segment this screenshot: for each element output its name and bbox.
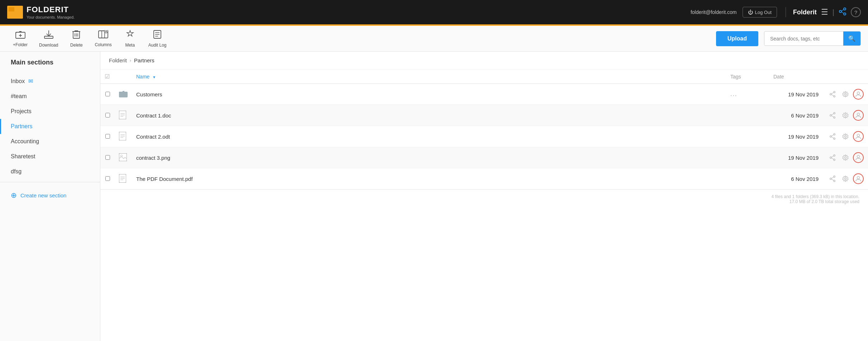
download-icon: [44, 30, 54, 41]
inbox-label: Inbox: [11, 78, 25, 85]
search-input[interactable]: [764, 32, 843, 45]
delete-icon: [72, 30, 81, 41]
create-section-button[interactable]: ⊕ Create new section: [0, 185, 100, 205]
svg-point-35: [845, 93, 846, 95]
meta-icon: [125, 30, 135, 41]
sidebar-item-accounting[interactable]: Accounting: [0, 134, 100, 149]
svg-line-56: [831, 135, 834, 136]
actions-col-header: [823, 69, 868, 84]
dfsg-label: dfsg: [11, 168, 22, 175]
svg-point-53: [834, 134, 835, 135]
svg-point-36: [857, 92, 860, 95]
svg-line-66: [831, 156, 834, 158]
user-row-icon[interactable]: [853, 152, 864, 163]
user-row-icon[interactable]: [853, 173, 864, 184]
table-row: Contract 1.doc 6 Nov 2019: [100, 105, 868, 126]
share-row-icon[interactable]: [827, 89, 838, 100]
share-row-icon[interactable]: [827, 110, 838, 121]
content-footer: 4 files and 1 folders (369.3 kB) in this…: [100, 189, 868, 208]
columns-button[interactable]: Columns: [89, 28, 117, 49]
breadcrumb-root[interactable]: Folderit: [109, 57, 127, 63]
logo-icon: [7, 6, 23, 19]
sidebar-title: Main sections: [0, 59, 100, 73]
svg-point-69: [845, 157, 846, 159]
sidebar-item-team[interactable]: #team: [0, 89, 100, 104]
logo-area: FOLDERIT Your documents. Managed.: [7, 5, 75, 19]
user-row-icon[interactable]: [853, 110, 864, 121]
settings-row-icon[interactable]: [840, 173, 851, 184]
file-name[interactable]: The PDF Document.pdf: [132, 168, 726, 189]
svg-point-41: [834, 112, 835, 114]
share-icon[interactable]: [839, 8, 846, 17]
file-name[interactable]: Contract 2.odt: [132, 126, 726, 147]
table-header-row: ☑ Name ▼ Tags Date: [100, 69, 868, 84]
row-checkbox[interactable]: [100, 84, 115, 105]
file-date: 6 Nov 2019: [769, 168, 823, 189]
settings-row-icon[interactable]: [840, 131, 851, 142]
settings-row-icon[interactable]: [840, 110, 851, 121]
svg-point-5: [839, 10, 841, 13]
audit-log-button[interactable]: Audit Log: [143, 28, 172, 50]
search-button[interactable]: 🔍: [843, 32, 860, 45]
select-all-checkbox-header[interactable]: ☑: [100, 69, 115, 84]
settings-row-icon[interactable]: [840, 152, 851, 163]
user-email: folderit@folderit.com: [691, 9, 737, 15]
sidebar-item-inbox[interactable]: Inbox ✉: [0, 73, 100, 89]
nav-label: Folderit: [793, 9, 817, 16]
power-icon: ⏻: [748, 9, 753, 15]
row-checkbox[interactable]: [100, 147, 115, 168]
file-type-icon: [115, 105, 132, 126]
file-name[interactable]: contract 3.png: [132, 147, 726, 168]
logout-button[interactable]: ⏻ Log Out: [743, 7, 777, 18]
team-label: #team: [11, 93, 27, 100]
share-row-icon[interactable]: [827, 152, 838, 163]
upload-label: Upload: [728, 35, 747, 42]
download-button[interactable]: Download: [33, 28, 64, 50]
svg-line-44: [831, 114, 834, 115]
file-type-icon: [115, 147, 132, 168]
sidebar-item-partners[interactable]: Partners: [0, 119, 100, 134]
svg-point-70: [857, 155, 860, 158]
file-date: 19 Nov 2019: [769, 84, 823, 105]
svg-point-63: [834, 155, 835, 156]
upload-button[interactable]: Upload: [716, 31, 758, 46]
svg-point-29: [834, 91, 835, 93]
svg-line-6: [841, 9, 844, 11]
sidebar: Main sections Inbox ✉ #team Projects Par…: [0, 52, 100, 341]
file-name[interactable]: Contract 1.doc: [132, 105, 726, 126]
columns-label: Columns: [95, 42, 111, 47]
sidebar-item-sharetest[interactable]: Sharetest: [0, 149, 100, 164]
row-checkbox[interactable]: [100, 126, 115, 147]
folderit-nav: Folderit ☰ | ?: [786, 7, 861, 17]
meta-button[interactable]: Meta: [118, 28, 143, 50]
help-icon[interactable]: ?: [851, 7, 861, 17]
row-checkbox[interactable]: [100, 168, 115, 189]
svg-rect-28: [119, 92, 128, 97]
sidebar-item-dfsg[interactable]: dfsg: [0, 164, 100, 179]
svg-rect-2: [7, 8, 14, 11]
delete-label: Delete: [70, 43, 83, 48]
delete-button[interactable]: Delete: [64, 28, 89, 50]
svg-point-3: [844, 8, 846, 10]
hamburger-icon[interactable]: ☰: [821, 8, 828, 17]
share-row-icon[interactable]: [827, 131, 838, 142]
sidebar-divider: [0, 182, 100, 182]
tags-col-header: Tags: [726, 69, 769, 84]
user-row-icon[interactable]: [853, 131, 864, 142]
settings-row-icon[interactable]: [840, 89, 851, 100]
row-checkbox[interactable]: [100, 105, 115, 126]
sidebar-item-projects[interactable]: Projects: [0, 104, 100, 119]
file-type-icon: [115, 126, 132, 147]
name-col-header[interactable]: Name ▼: [132, 69, 726, 84]
share-row-icon[interactable]: [827, 173, 838, 184]
logo-branding: FOLDERIT Your documents. Managed.: [27, 5, 75, 19]
svg-line-67: [831, 158, 834, 159]
top-header: FOLDERIT Your documents. Managed. folder…: [0, 0, 868, 24]
breadcrumb-separator: ›: [130, 58, 131, 63]
user-row-icon[interactable]: [853, 89, 864, 100]
add-folder-button[interactable]: +Folder: [7, 28, 33, 49]
file-name[interactable]: Customers: [132, 84, 726, 105]
svg-line-33: [831, 95, 834, 96]
meta-label: Meta: [125, 43, 135, 48]
search-container: 🔍: [764, 31, 861, 46]
